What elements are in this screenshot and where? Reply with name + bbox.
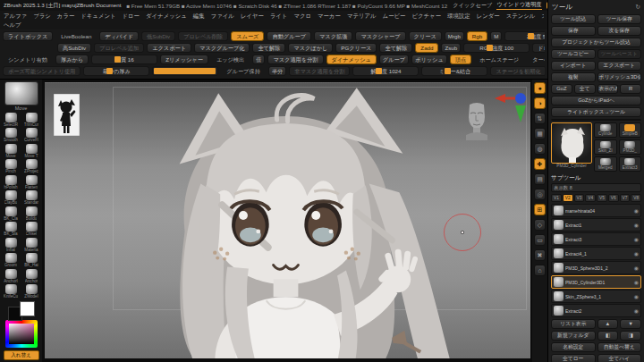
subtool-item[interactable]: Extract4_1 ◉	[551, 247, 641, 260]
subtool-item[interactable]: Extract3 ◉	[551, 232, 641, 246]
subtool-tab[interactable]: V8	[631, 194, 641, 202]
shelf-button[interactable]: 高SubDiv	[57, 43, 91, 53]
subtool-tab[interactable]: V4	[585, 194, 596, 202]
menu-item[interactable]: ブラシ	[33, 12, 51, 21]
tool-panel-button[interactable]: 全て	[574, 84, 596, 94]
menu-item[interactable]: ピクチャー	[411, 12, 441, 21]
brush-item[interactable]: Inflat	[2, 238, 21, 253]
visibility-eye-icon[interactable]: ◉	[634, 307, 639, 314]
tool-thumbnail[interactable]: Merged	[594, 156, 617, 172]
visibility-eye-icon[interactable]: ◉	[634, 279, 639, 285]
shelf-button[interactable]: Zリメッシャー	[160, 55, 208, 64]
shelf-button[interactable]: M	[490, 31, 502, 41]
shelf-button[interactable]: スムーズ	[231, 31, 264, 41]
shelf-button[interactable]: ダイナメッシュ	[326, 55, 377, 64]
tool-panel-button[interactable]: ツールペースト	[597, 49, 642, 59]
shelf-button[interactable]: シンメトリ有効	[3, 55, 53, 64]
menu-item[interactable]: レイヤー	[241, 12, 264, 21]
shelf-button[interactable]: 最少の厚み	[83, 66, 149, 76]
menu-item[interactable]: ドロー	[123, 12, 140, 21]
window-opacity-control[interactable]: ウインドウ透明度	[496, 1, 541, 10]
shelf-button[interactable]: ミラー&結合	[421, 66, 487, 76]
viewport-tool-icon[interactable]: ●	[534, 82, 546, 94]
shelf-button[interactable]: RGB強度 100	[463, 43, 530, 53]
subtool-action-button[interactable]: 全てロー	[551, 354, 596, 362]
shelf-button[interactable]: ポリッシュ	[411, 55, 447, 64]
viewport-tool-icon[interactable]: ▤	[534, 173, 546, 185]
brush-item[interactable]: Groom	[2, 253, 21, 268]
tool-panel-button[interactable]: エクスポート	[597, 61, 642, 71]
brush-item[interactable]: Standar	[22, 190, 41, 206]
subtool-item[interactable]: mamehinata04 ◉	[551, 204, 641, 217]
subtool-item[interactable]: PM3D_Cylinder3D1 ◉	[551, 275, 641, 289]
tool-thumbnail[interactable]: SimpleB	[619, 122, 642, 138]
color-picker[interactable]	[5, 320, 38, 348]
brush-item[interactable]: TrimCur	[22, 113, 41, 128]
shelf-button[interactable]: プロレベル追加	[94, 43, 144, 53]
subtool-item[interactable]: Skin_ZSphere3_1 ◉	[551, 290, 641, 303]
shelf-button[interactable]: ターゲットステージ	[527, 55, 545, 64]
menu-item[interactable]: ムービー	[383, 12, 406, 21]
menu-item[interactable]: ドキュメント	[80, 12, 115, 21]
menu-item[interactable]: 編集	[193, 12, 205, 21]
brush-item[interactable]: Chisel	[22, 222, 41, 237]
shelf-button[interactable]: 低SubDiv	[141, 31, 175, 41]
menu-item[interactable]: ダイナメッシュ	[146, 12, 187, 21]
tool-panel-button[interactable]: 複製	[551, 72, 596, 82]
tool-thumbnail[interactable]: Cylinde	[594, 122, 617, 138]
tool-panel-button[interactable]: 次を保存	[597, 26, 642, 36]
menu-item[interactable]: カラー	[57, 12, 74, 21]
viewport-tool-icon[interactable]: ▦	[534, 128, 546, 139]
brush-item[interactable]: Move	[2, 144, 21, 159]
refresh-icon[interactable]: ↻	[635, 4, 640, 11]
quicksave-button[interactable]: クイックセーブ	[453, 2, 492, 10]
active-tool-thumbnail[interactable]	[551, 122, 592, 164]
subtool-tab[interactable]: V7	[620, 194, 631, 202]
shelf-button[interactable]: エッジ検出	[211, 55, 250, 64]
tool-panel-button[interactable]: インポート	[551, 61, 596, 71]
shelf-button[interactable]: 自動グループ	[267, 31, 311, 41]
brush-item[interactable]: ZModel	[22, 284, 41, 299]
menu-item[interactable]: 環境設定	[447, 12, 470, 21]
brush-item[interactable]: Anchor	[22, 269, 41, 284]
viewport-tool-icon[interactable]: ⊞	[534, 204, 546, 215]
viewport-tool-icon[interactable]: ▭	[534, 234, 546, 246]
color-picker-gradient[interactable]	[9, 324, 34, 344]
visibility-eye-icon[interactable]: ◉	[634, 293, 639, 299]
brush-item[interactable]: hPolish	[2, 175, 21, 190]
shelf-button[interactable]: マスクグループ化	[194, 43, 250, 53]
shelf-button[interactable]: ポーズ可能シンメトリ使用	[3, 66, 80, 76]
tool-thumbnail[interactable]: Extract3	[619, 156, 642, 172]
brush-item[interactable]: Move T	[22, 144, 41, 159]
shelf-button[interactable]: マスク拡張	[314, 31, 352, 41]
viewport-tool-icon[interactable]: ◎	[534, 189, 546, 200]
document-canvas[interactable]	[45, 82, 530, 358]
brush-item[interactable]: BK_Hai	[22, 253, 41, 268]
subtool-action-button[interactable]: ◧	[597, 331, 619, 341]
subtool-action-button[interactable]: 自動並べ替え	[597, 342, 642, 352]
tool-panel-button[interactable]: プロジェクトからツール読込	[551, 38, 641, 47]
shelf-button[interactable]: ドローサイズ 81.54732	[532, 43, 545, 53]
brush-item[interactable]: KnifeCu	[2, 284, 21, 299]
shelf-button[interactable]: グループ保持	[221, 66, 266, 76]
subtool-action-button[interactable]: ◨	[620, 331, 641, 341]
visibility-eye-icon[interactable]: ◉	[634, 236, 639, 242]
tool-thumbnail[interactable]: PM3D_	[619, 139, 642, 155]
viewport-tool-icon[interactable]: ◇	[534, 219, 546, 231]
current-tool-name[interactable]: PM3D_Cylinder3D1_59	[551, 119, 641, 121]
subtool-count-slider[interactable]: 表示数 8	[551, 183, 641, 192]
tool-panel-button[interactable]: ツール読込	[551, 14, 596, 24]
shelf-button[interactable]: 頂点	[450, 55, 471, 64]
visibility-eye-icon[interactable]: ◉	[634, 207, 639, 214]
brush-item[interactable]: CurveFl	[22, 128, 41, 143]
subtool-tab[interactable]: V5	[597, 194, 607, 202]
tool-panel-button[interactable]: ポリメッシュ3D化	[597, 72, 642, 82]
brush-item[interactable]: ZProjec	[22, 159, 41, 174]
menu-item[interactable]: ステンシル	[506, 12, 536, 21]
brush-item[interactable]: Buildu	[22, 206, 41, 222]
subtool-action-button[interactable]: ▼	[620, 319, 641, 329]
subtool-item[interactable]: Extract1 ◉	[551, 218, 641, 232]
shelf-button[interactable]: ディバイド	[99, 31, 139, 41]
subtool-item[interactable]: PM3D_Sphere3D1_2 ◉	[551, 261, 641, 274]
menu-item[interactable]: ヘルプ	[4, 21, 21, 29]
